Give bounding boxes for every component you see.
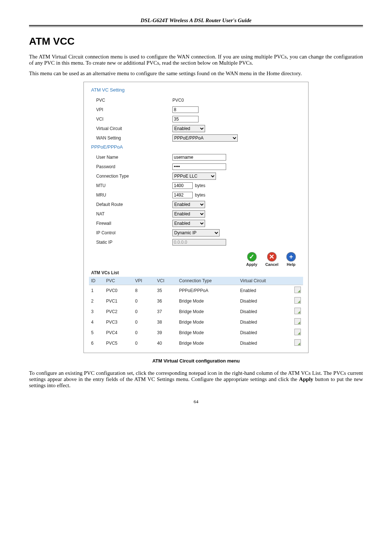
check-icon: ✓ [247,252,257,262]
atm-vcs-list-title: ATM VCs List [91,270,303,275]
password-label: Password [89,164,172,169]
firewall-select[interactable]: Enabled [172,220,205,227]
edit-icon[interactable] [294,308,301,314]
page-number: 64 [29,399,363,405]
virtual-circuit-select[interactable]: Enabled [172,125,205,132]
connection-type-label: Connection Type [89,174,172,179]
cancel-label: Cancel [265,262,278,267]
mru-unit: bytes [195,193,205,198]
help-button[interactable]: + Help [286,252,296,267]
doc-header-title: DSL-G624T Wireless A DSL Router User's G… [29,17,363,24]
pvc-value: PVC0 [172,98,184,103]
nat-label: NAT [89,211,172,216]
vpi-label: VPI [89,107,172,112]
apply-label: Apply [246,262,257,267]
table-row: 6PVC5040Bridge ModeDisabled [89,338,303,348]
edit-icon[interactable] [294,287,301,293]
firewall-label: Firewall [89,221,172,226]
edit-icon[interactable] [294,297,301,304]
edit-icon[interactable] [294,339,301,346]
apply-button[interactable]: ✓ Apply [246,252,257,267]
virtual-circuit-label: Virtual Circuit [89,126,172,131]
connection-type-select[interactable]: PPPoE LLC [172,173,216,180]
atm-vcs-table: ID PVC VPI VCI Connection Type Virtual C… [89,277,303,348]
mtu-unit: bytes [195,183,205,188]
plus-icon: + [286,252,296,262]
intro-paragraph-2: This menu can be used as an alternative … [29,70,363,77]
help-label: Help [287,262,295,267]
pvc-label: PVC [89,98,172,103]
col-pvc: PVC [104,277,133,285]
mru-input[interactable] [172,192,193,198]
close-icon: ✕ [267,252,277,262]
mru-label: MRU [89,193,172,198]
atm-vc-panel: ATM VC Setting PVC PVC0 VPI VCI Virtual … [83,82,309,353]
section-pppoe-pppoa: PPPoE/PPPoA [91,144,303,150]
wan-setting-select[interactable]: PPPoE/PPPoA [172,134,238,142]
section-atm-vc-setting: ATM VC Setting [91,87,303,93]
wan-setting-label: WAN Setting [89,135,172,141]
edit-icon[interactable] [294,329,301,335]
cancel-button[interactable]: ✕ Cancel [265,252,278,267]
username-input[interactable] [172,154,226,161]
col-vpi: VPI [133,277,155,285]
ip-control-select[interactable]: Dynamic IP [172,229,220,236]
table-row: 1PVC0835PPPoE/PPPoAEnabled [89,285,303,296]
default-route-label: Default Route [89,202,172,207]
outro-paragraph: To configure an existing PVC configurati… [29,370,363,389]
table-row: 4PVC3038Bridge ModeDisabled [89,317,303,327]
static-ip-label: Static IP [89,240,172,245]
ip-control-label: IP Control [89,230,172,235]
vpi-input[interactable] [172,106,199,113]
username-label: User Name [89,155,172,160]
table-row: 3PVC2037Bridge ModeDisabled [89,306,303,317]
col-ct: Connection Type [177,277,238,285]
edit-icon[interactable] [294,318,301,325]
header-rule-thin [29,27,363,27]
password-input[interactable] [172,163,226,170]
vci-label: VCI [89,117,172,122]
default-route-select[interactable]: Enabled [172,201,205,208]
mtu-input[interactable] [172,182,193,189]
col-id: ID [89,277,104,285]
col-vc: Virtual Circuit [238,277,288,285]
static-ip-input [172,239,226,246]
vci-input[interactable] [172,116,199,122]
header-rule-thick [29,25,363,26]
nat-select[interactable]: Enabled [172,210,205,218]
intro-paragraph-1: The ATM Virtual Circuit connection menu … [29,54,363,66]
mtu-label: MTU [89,183,172,188]
col-vci: VCI [155,277,177,285]
figure-caption: ATM Virtual Circuit configuration menu [29,358,363,364]
table-row: 2PVC1036Bridge ModeDisabled [89,296,303,306]
page-title: ATM VCC [29,36,363,47]
table-row: 5PVC4039Bridge ModeDisabled [89,327,303,338]
